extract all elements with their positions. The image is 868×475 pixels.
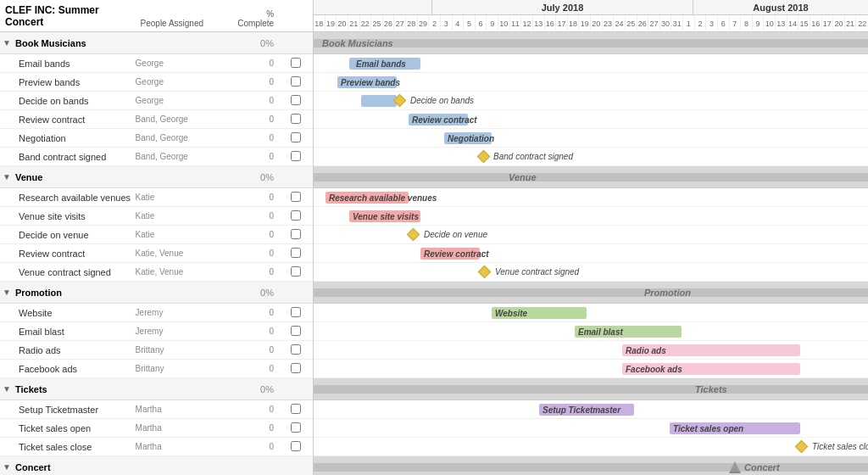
app-container: CLEF INC: Summer Concert People Assigned…	[0, 0, 868, 475]
task-check[interactable]	[279, 229, 313, 241]
gantt-task-row: Ticket sales open	[314, 419, 868, 438]
task-row: Email blast Jeremy 0	[0, 322, 313, 341]
task-check[interactable]	[279, 266, 313, 278]
task-check[interactable]	[279, 441, 313, 453]
gantt-bar-research-venues: Research available venues	[326, 192, 409, 204]
toggle-icon[interactable]: ▼	[0, 384, 14, 394]
day-cell: 20	[591, 15, 603, 31]
toggle-icon[interactable]: ▼	[0, 288, 14, 297]
left-panel: CLEF INC: Summer Concert People Assigned…	[0, 0, 314, 475]
task-people: Katie, Venue	[136, 267, 229, 277]
column-headers: CLEF INC: Summer Concert People Assigned…	[0, 0, 313, 32]
task-name: Email bands	[0, 59, 136, 69]
task-check[interactable]	[279, 248, 313, 260]
section-concert[interactable]: ▼ Concert	[0, 456, 313, 475]
toggle-icon[interactable]: ▼	[0, 172, 14, 182]
task-name: Radio ads	[0, 345, 136, 355]
task-check[interactable]	[279, 344, 313, 356]
toggle-icon[interactable]: ▼	[0, 38, 14, 48]
section-venue[interactable]: ▼ Venue 0%	[0, 166, 313, 188]
task-check[interactable]	[279, 58, 313, 70]
task-row: Ticket sales close Martha 0	[0, 438, 313, 456]
day-cell: 25	[371, 15, 383, 31]
section-pct: 0%	[228, 288, 279, 298]
section-book-musicians[interactable]: ▼ Book Musicians 0%	[0, 32, 313, 54]
day-cell: 16	[545, 15, 557, 31]
task-row: Ticket sales open Martha 0	[0, 419, 313, 438]
task-row: Review contract Band, George 0	[0, 110, 313, 129]
task-people: Katie	[136, 211, 229, 221]
task-row: Review contract Katie, Venue 0	[0, 244, 313, 263]
day-cell: 27	[648, 15, 660, 31]
day-cell: 19	[326, 15, 337, 31]
task-check[interactable]	[279, 422, 313, 434]
task-pct: 0	[228, 77, 279, 87]
task-check[interactable]	[279, 326, 313, 338]
task-pct: 0	[228, 267, 279, 277]
day-cell: 1	[683, 15, 695, 31]
task-name: Review contract	[0, 115, 136, 125]
task-check[interactable]	[279, 363, 313, 375]
gantt-task-row: Website	[314, 304, 868, 322]
task-people: Martha	[136, 423, 229, 433]
task-pct: 0	[228, 249, 279, 258]
task-row: Venue contract signed Katie, Venue 0	[0, 263, 313, 282]
section-promotion[interactable]: ▼ Promotion 0%	[0, 282, 313, 304]
gantt-task-row: Setup Ticketmaster	[314, 400, 868, 419]
gantt-task-row: Band contract signed	[314, 148, 868, 166]
task-people: Band, George	[136, 115, 229, 124]
day-cell: 8	[741, 15, 753, 31]
section-tickets[interactable]: ▼ Tickets 0%	[0, 378, 313, 400]
task-row: Preview bands George 0	[0, 73, 313, 92]
task-check[interactable]	[279, 404, 313, 416]
task-pct: 0	[228, 96, 279, 105]
gantt-task-row: Preview bands	[314, 73, 868, 92]
task-name: Band contract signed	[0, 152, 136, 162]
task-name: Email blast	[0, 327, 136, 337]
task-name: Decide on venue	[0, 230, 136, 240]
section-name: Promotion	[14, 288, 228, 298]
task-check[interactable]	[279, 114, 313, 126]
toggle-icon[interactable]: ▼	[0, 462, 14, 472]
task-pct: 0	[228, 152, 279, 161]
day-cell: 19	[579, 15, 591, 31]
gantt-task-row: Decide on venue	[314, 226, 868, 244]
task-row: Research available venues Katie 0	[0, 188, 313, 207]
gantt-section-row-venue: Venue	[314, 166, 868, 188]
day-cell: 26	[637, 15, 649, 31]
day-cell: 29	[418, 15, 430, 31]
task-pct: 0	[228, 133, 279, 142]
task-check[interactable]	[279, 307, 313, 319]
day-cell: 5	[464, 15, 476, 31]
day-cell: 21	[348, 15, 360, 31]
gantt-task-row: Decide on bands	[314, 92, 868, 110]
task-people: Jeremy	[136, 327, 229, 336]
gantt-bar-setup-ticketmaster: Setup Ticketmaster	[539, 404, 634, 416]
gantt-task-row: Facebook ads	[314, 360, 868, 378]
day-cell: 9	[487, 15, 498, 31]
gantt-section-row-tickets: Tickets	[314, 378, 868, 400]
task-row: Email bands George 0	[0, 54, 313, 73]
section-name: Venue	[14, 172, 228, 182]
task-check[interactable]	[279, 95, 313, 107]
day-cell: 9	[753, 15, 765, 31]
task-check[interactable]	[279, 151, 313, 163]
task-list: ▼ Book Musicians 0% Email bands George 0…	[0, 32, 313, 475]
task-check[interactable]	[279, 210, 313, 222]
task-pct: 0	[228, 308, 279, 317]
section-name: Tickets	[14, 384, 228, 394]
task-name: Research available venues	[0, 193, 136, 203]
day-cell: 21	[845, 15, 857, 31]
task-pct: 0	[228, 193, 279, 202]
day-cell: 18	[568, 15, 580, 31]
task-pct: 0	[228, 115, 279, 124]
gantt-bar-ticket-sales-open: Ticket sales open	[670, 422, 800, 434]
task-check[interactable]	[279, 132, 313, 144]
day-cell: 18	[314, 15, 326, 31]
section-pct: 0%	[228, 38, 279, 48]
task-row: Decide on venue Katie 0	[0, 226, 313, 244]
task-row: Band contract signed Band, George 0	[0, 148, 313, 166]
day-cell: 17	[556, 15, 568, 31]
task-check[interactable]	[279, 192, 313, 204]
task-check[interactable]	[279, 76, 313, 88]
